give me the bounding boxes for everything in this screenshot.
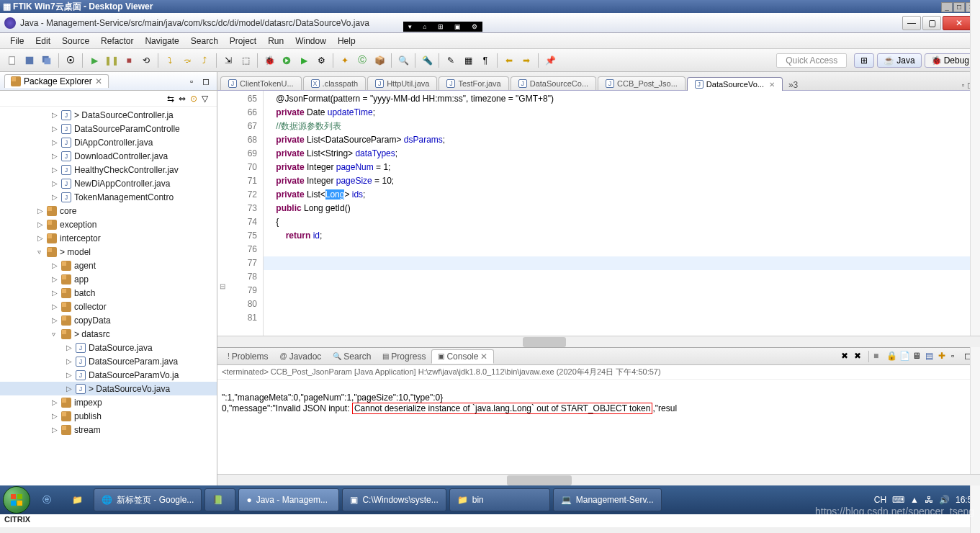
menu-window[interactable]: Window	[289, 36, 332, 46]
minimize-button[interactable]: _	[941, 2, 953, 12]
focus-icon[interactable]: ⊙	[190, 94, 197, 104]
eclipse-minimize-button[interactable]: —	[902, 16, 921, 30]
tree-item[interactable]: ▷publish	[0, 409, 217, 423]
coverage-button[interactable]: ▶	[296, 53, 312, 68]
view-minimize-icon[interactable]: ▫	[190, 76, 200, 86]
tree-item[interactable]: ▷app	[0, 272, 217, 286]
tree-item[interactable]: ▷JDataSource.java	[0, 341, 217, 354]
ime-indicator[interactable]: CH	[874, 495, 886, 505]
menu-edit[interactable]: Edit	[30, 36, 56, 46]
taskbar-item[interactable]: 📗	[204, 488, 235, 511]
console-view-tab[interactable]: !Problems	[222, 350, 274, 363]
step-return-button[interactable]: ⤴	[197, 53, 212, 68]
console-min-icon[interactable]: ▫	[951, 351, 963, 362]
tree-item[interactable]: ▷JDataSourceParamControlle	[0, 122, 217, 135]
tray-network-icon[interactable]: 🖧	[925, 495, 933, 505]
editor-tab[interactable]: JTestFor.java	[439, 76, 508, 90]
skip-breakpoints-button[interactable]: ⦿	[63, 53, 78, 68]
disconnect-button[interactable]: ⟲	[138, 53, 154, 68]
tree-item[interactable]: ▷copyData	[0, 313, 217, 327]
menu-file[interactable]: File	[4, 36, 30, 46]
taskbar-item[interactable]: 📁bin	[449, 488, 550, 511]
taskbar-pin-explorer[interactable]: 📁	[63, 495, 91, 505]
resume-button[interactable]: ▶	[86, 53, 102, 68]
console-new-icon[interactable]: ✚	[938, 351, 950, 362]
taskbar-item[interactable]: ●Java - Managem...	[238, 488, 339, 511]
menu-source[interactable]: Source	[56, 36, 95, 46]
forward-button[interactable]: ➡	[518, 53, 534, 68]
run-last-button[interactable]: ⚙	[313, 53, 329, 68]
show-whitespace-button[interactable]: ¶	[477, 53, 493, 68]
editor-minimize-icon[interactable]: ▫	[961, 80, 964, 90]
tree-item[interactable]: ▷JDataSourceParam.java	[0, 354, 217, 368]
console-output[interactable]: ":1,"manageMeta":0,"pageNum":1,"pageSize…	[217, 380, 980, 474]
search-button[interactable]: 🔦	[419, 53, 435, 68]
tree-item[interactable]: ▷core	[0, 204, 217, 218]
tree-item[interactable]: ▷JNewDiAppController.java	[0, 176, 217, 190]
editor-tab[interactable]: JDataSourceVo...✕	[687, 77, 783, 91]
tab-close-icon[interactable]: ✕	[95, 76, 102, 86]
menu-navigate[interactable]: Navigate	[139, 36, 184, 46]
tray-flag-icon[interactable]: ▲	[910, 495, 919, 505]
toggle-block-button[interactable]: ▦	[460, 53, 476, 68]
taskbar-item[interactable]: 🌐新标签页 - Google...	[94, 488, 202, 511]
save-all-button[interactable]	[39, 53, 55, 68]
tree-item[interactable]: ▷JDownloadController.java	[0, 149, 217, 163]
tree-item[interactable]: ▷collector	[0, 300, 217, 313]
view-menu-icon[interactable]: ▽	[202, 94, 208, 104]
terminate-button[interactable]: ■	[121, 53, 137, 68]
tree-item[interactable]: ▷stream	[0, 423, 217, 436]
tree-item[interactable]: ▷batch	[0, 286, 217, 300]
menu-project[interactable]: Project	[224, 36, 262, 46]
tree-item[interactable]: ▷JDiAppController.java	[0, 135, 217, 149]
console-view-tab[interactable]: @Javadoc	[274, 350, 327, 363]
tree-item[interactable]: ▿> model	[0, 245, 217, 259]
tree-item[interactable]: ▷J> DataSourceController.ja	[0, 108, 217, 122]
tree-item[interactable]: ▿> datasrc	[0, 327, 217, 341]
quick-access-input[interactable]: Quick Access	[776, 53, 847, 68]
tray-sound-icon[interactable]: 🔊	[939, 495, 950, 505]
taskbar-pin-ie[interactable]: ⓔ	[33, 494, 60, 506]
new-class-button[interactable]: Ⓒ	[354, 53, 370, 68]
step-over-button[interactable]: ⤼	[179, 53, 195, 68]
eclipse-maximize-button[interactable]: ▢	[922, 16, 941, 30]
java-perspective-button[interactable]: ☕ Java	[877, 53, 921, 68]
tray-keyboard-icon[interactable]: ⌨	[892, 495, 904, 505]
new-package-button[interactable]: 📦	[372, 53, 387, 68]
tab-overflow-indicator[interactable]: »3	[788, 80, 798, 90]
collapse-all-icon[interactable]: ⇆	[167, 94, 174, 104]
open-perspective-button[interactable]: ⊞	[854, 53, 874, 68]
package-explorer-tab[interactable]: Package Explorer ✕	[4, 74, 109, 88]
editor-tab[interactable]: JCCB_Post_Jso...	[598, 76, 685, 90]
taskbar-item[interactable]: 💻Management-Serv...	[553, 488, 662, 511]
new-button[interactable]	[4, 53, 20, 68]
package-tree[interactable]: ▷J> DataSourceController.ja▷JDataSourceP…	[0, 107, 217, 485]
console-view-tab[interactable]: ▤Progress	[377, 350, 431, 363]
menu-run[interactable]: Run	[262, 36, 289, 46]
tree-item[interactable]: ▷JTokenManagementContro	[0, 190, 217, 204]
code-editor[interactable]: ⊟ 6566676869707172737475767778798081 @Js…	[217, 91, 980, 336]
console-view-tab[interactable]: ▣Console ✕	[431, 349, 494, 364]
drop-to-frame-button[interactable]: ⇲	[220, 53, 236, 68]
editor-tab[interactable]: X.classpath	[303, 76, 367, 90]
system-tray[interactable]: CH ⌨ ▲ 🖧 🔊 16:57	[874, 495, 977, 505]
toggle-mark-button[interactable]: ✎	[443, 53, 459, 68]
console-scroll-lock-icon[interactable]: 🔒	[886, 351, 898, 362]
use-step-filters-button[interactable]: ⬚	[238, 53, 253, 68]
tree-item[interactable]: ▷interceptor	[0, 231, 217, 245]
link-editor-icon[interactable]: ⇔	[179, 94, 186, 104]
console-terminate-icon[interactable]: ■	[873, 351, 885, 362]
new-java-button[interactable]: ✦	[337, 53, 353, 68]
tree-item[interactable]: ▷JHealthyCheckController.jav	[0, 163, 217, 176]
step-into-button[interactable]: ⤵	[162, 53, 178, 68]
console-clear-icon[interactable]: ✖	[841, 351, 853, 362]
back-button[interactable]: ⬅	[501, 53, 517, 68]
taskbar-item[interactable]: ▣C:\Windows\syste...	[342, 488, 446, 511]
citrix-toolbar-strip[interactable]: ▾⌂⊞▣⚙	[403, 22, 482, 32]
editor-tab[interactable]: JDataSourceCo...	[511, 76, 596, 90]
maximize-button[interactable]: □	[953, 2, 965, 12]
start-button[interactable]	[3, 486, 30, 514]
debug-button[interactable]: 🐞	[261, 53, 277, 68]
editor-tab[interactable]: JHttpUtil.java	[367, 76, 437, 90]
tree-item[interactable]: ▷impexp	[0, 395, 217, 409]
